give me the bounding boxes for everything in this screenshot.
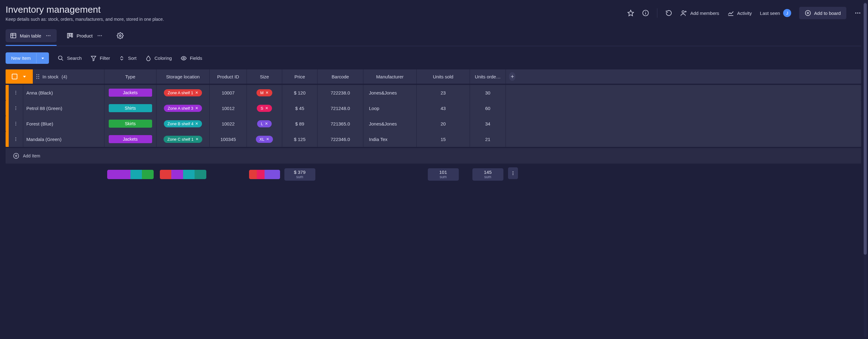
cell-units-ordered[interactable]: 60 xyxy=(470,100,505,116)
size-tag: XL✕ xyxy=(256,136,273,143)
activity-button[interactable]: Activity xyxy=(727,10,752,17)
new-item-dropdown[interactable] xyxy=(36,53,49,63)
close-icon[interactable]: ✕ xyxy=(195,106,198,110)
cell-product-id[interactable]: 10022 xyxy=(209,116,247,131)
close-icon[interactable]: ✕ xyxy=(266,137,269,141)
column-header-type[interactable]: Type xyxy=(104,69,156,84)
cell-name[interactable]: Anna (Black) xyxy=(23,85,104,100)
table-row[interactable]: Forest (Blue) Skirts Zone B shelf 4✕ 100… xyxy=(6,116,861,131)
units-sold-sum[interactable]: 101 sum xyxy=(428,168,459,180)
cell-units-sold[interactable]: 15 xyxy=(416,131,470,147)
cell-product-id[interactable]: 10012 xyxy=(209,100,247,116)
cell-manufacturer[interactable]: Loop xyxy=(363,100,416,116)
filter-button[interactable]: Filter xyxy=(90,55,110,61)
row-menu[interactable] xyxy=(9,100,23,116)
fields-button[interactable]: Fields xyxy=(181,55,202,61)
cell-product-id[interactable]: 10007 xyxy=(209,85,247,100)
cell-size[interactable]: XL✕ xyxy=(247,131,282,147)
cell-units-sold[interactable]: 20 xyxy=(416,116,470,131)
cell-product-id[interactable]: 100345 xyxy=(209,131,247,147)
column-header-barcode[interactable]: Barcode xyxy=(317,69,363,84)
scrollbar-vertical[interactable] xyxy=(864,2,867,337)
sum-label: sum xyxy=(484,175,491,179)
cell-storage[interactable]: Zone B shelf 4✕ xyxy=(156,116,209,131)
checkbox[interactable] xyxy=(12,74,17,79)
last-seen[interactable]: Last seen J xyxy=(760,9,791,17)
price-sum[interactable]: $ 379 sum xyxy=(284,168,315,180)
add-item-row[interactable]: Add Item xyxy=(6,148,861,164)
row-menu[interactable] xyxy=(9,85,23,100)
cell-price[interactable]: $ 125 xyxy=(282,131,317,147)
units-ordered-sum[interactable]: 145 sum xyxy=(472,168,503,180)
summary-menu[interactable] xyxy=(508,167,518,179)
cell-manufacturer[interactable]: Jones&Jones xyxy=(363,85,416,100)
close-icon[interactable]: ✕ xyxy=(195,137,198,141)
column-header-size[interactable]: Size xyxy=(247,69,282,84)
cell-size[interactable]: L✕ xyxy=(247,116,282,131)
column-header-name[interactable]: In stock (4) xyxy=(33,69,104,84)
cell-units-sold[interactable]: 23 xyxy=(416,85,470,100)
row-menu[interactable] xyxy=(9,116,23,131)
view-main-table-menu[interactable] xyxy=(44,33,52,38)
cell-storage[interactable]: Zone C shelf 1✕ xyxy=(156,131,209,147)
cell-manufacturer[interactable]: Jones&Jones xyxy=(363,116,416,131)
cell-type[interactable]: Jackets xyxy=(104,131,156,147)
cell-storage[interactable]: Zone A shelf 3✕ xyxy=(156,100,209,116)
cell-name[interactable]: Petrol 88 (Green) xyxy=(23,100,104,116)
refresh-button[interactable] xyxy=(665,10,672,17)
scrollbar-thumb[interactable] xyxy=(864,3,867,255)
cell-price[interactable]: $ 89 xyxy=(282,116,317,131)
column-header-product-id[interactable]: Product ID xyxy=(209,69,247,84)
add-members-button[interactable]: Add members xyxy=(680,10,719,17)
column-header-units-sold[interactable]: Units sold xyxy=(416,69,470,84)
cell-barcode[interactable]: 721248.0 xyxy=(317,100,363,116)
add-column-button[interactable] xyxy=(505,69,519,84)
cell-units-ordered[interactable]: 21 xyxy=(470,131,505,147)
cell-units-ordered[interactable]: 34 xyxy=(470,116,505,131)
sum-value: $ 379 xyxy=(294,170,306,175)
group-select-all[interactable] xyxy=(6,69,33,84)
sort-button[interactable]: Sort xyxy=(119,55,136,61)
cell-price[interactable]: $ 120 xyxy=(282,85,317,100)
table-row[interactable]: Mandala (Green) Jackets Zone C shelf 1✕ … xyxy=(6,131,861,147)
table-row[interactable]: Petrol 88 (Green) Shirts Zone A shelf 3✕… xyxy=(6,100,861,116)
column-header-price[interactable]: Price xyxy=(282,69,317,84)
row-menu[interactable] xyxy=(9,131,23,147)
view-product-menu[interactable] xyxy=(96,33,104,38)
cell-barcode[interactable]: 722346.0 xyxy=(317,131,363,147)
coloring-button[interactable]: Coloring xyxy=(145,55,172,61)
cell-storage[interactable]: Zone A shelf 1✕ xyxy=(156,85,209,100)
cell-type[interactable]: Skirts xyxy=(104,116,156,131)
add-to-board-button[interactable]: Add to board xyxy=(799,7,846,19)
cell-size[interactable]: S✕ xyxy=(247,100,282,116)
favorite-button[interactable] xyxy=(627,10,634,17)
view-product[interactable]: Product xyxy=(62,29,108,42)
cell-type[interactable]: Shirts xyxy=(104,100,156,116)
column-header-units-ordered[interactable]: Units orde… xyxy=(470,69,505,84)
cell-barcode[interactable]: 722238.0 xyxy=(317,85,363,100)
new-item-button[interactable]: New Item xyxy=(6,52,49,64)
cell-price[interactable]: $ 45 xyxy=(282,100,317,116)
search-button[interactable]: Search xyxy=(58,55,82,61)
column-header-storage[interactable]: Storage location xyxy=(156,69,209,84)
chevron-down-icon[interactable] xyxy=(22,74,27,79)
column-header-manufacturer[interactable]: Manufacturer xyxy=(363,69,416,84)
cell-name[interactable]: Mandala (Green) xyxy=(23,131,104,147)
cell-units-ordered[interactable]: 30 xyxy=(470,85,505,100)
cell-type[interactable]: Jackets xyxy=(104,85,156,100)
cell-barcode[interactable]: 721365.0 xyxy=(317,116,363,131)
cell-units-sold[interactable]: 43 xyxy=(416,100,470,116)
close-icon[interactable]: ✕ xyxy=(195,91,198,95)
cell-size[interactable]: M✕ xyxy=(247,85,282,100)
info-button[interactable] xyxy=(642,10,649,17)
close-icon[interactable]: ✕ xyxy=(265,121,268,126)
close-icon[interactable]: ✕ xyxy=(266,91,269,95)
cell-manufacturer[interactable]: India Tex xyxy=(363,131,416,147)
close-icon[interactable]: ✕ xyxy=(195,121,198,126)
table-row[interactable]: Anna (Black) Jackets Zone A shelf 1✕ 100… xyxy=(6,85,861,100)
settings-button[interactable] xyxy=(117,32,124,39)
view-main-table[interactable]: Main table xyxy=(6,29,57,42)
close-icon[interactable]: ✕ xyxy=(265,106,268,110)
cell-name[interactable]: Forest (Blue) xyxy=(23,116,104,131)
more-menu[interactable] xyxy=(855,10,861,17)
